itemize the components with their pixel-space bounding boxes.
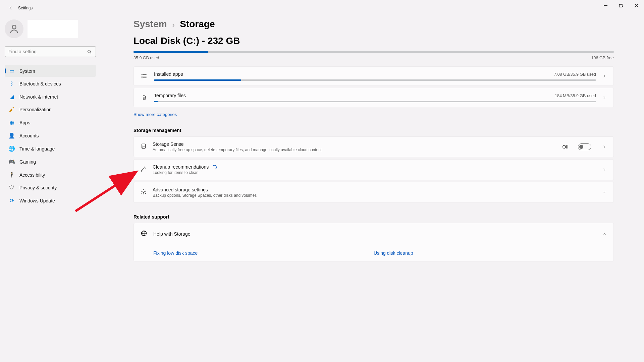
help-link-disk-cleanup[interactable]: Using disk cleanup [374,250,594,256]
svg-line-7 [90,53,91,54]
update-icon: ⟳ [9,197,15,204]
nav-time[interactable]: 🌐Time & language [5,143,96,155]
disk-title: Local Disk (C:) - 232 GB [133,36,614,46]
account-header[interactable] [5,19,96,38]
trash-icon [141,95,148,101]
svg-point-18 [143,191,145,193]
svg-point-16 [143,145,143,145]
person-icon: 👤 [9,132,15,139]
search-input[interactable] [5,46,96,57]
back-button[interactable] [5,2,16,14]
chevron-down-icon [602,190,607,195]
storage-sense-card[interactable]: Storage Sense Automatically free up spac… [133,136,614,157]
svg-point-5 [12,25,16,29]
advanced-storage-settings-card[interactable]: Advanced storage settings Backup options… [133,182,614,203]
close-button[interactable] [629,0,644,11]
accessibility-icon: 🕴 [9,172,15,178]
nav-privacy[interactable]: 🛡Privacy & security [5,182,96,193]
nav-update[interactable]: ⟳Windows Update [5,195,96,206]
storage-management-heading: Storage management [133,128,614,133]
bluetooth-icon: ᛒ [9,81,15,87]
shield-icon: 🛡 [9,185,15,191]
account-name-placeholder [28,20,78,38]
svg-point-17 [143,147,143,147]
disk-free-label: 196 GB free [591,56,614,60]
svg-point-12 [142,77,143,78]
list-icon [141,73,148,79]
help-with-storage-card: Help with Storage Fixing low disk space … [133,223,614,261]
avatar [5,19,23,38]
related-support-heading: Related support [133,214,614,220]
sidebar-nav: ▭System ᛒBluetooth & devices ◢Network & … [5,65,96,206]
loading-spinner-icon [212,165,217,170]
maximize-button[interactable] [613,0,629,11]
gear-icon [141,189,147,196]
breadcrumb: System › Storage [133,19,614,29]
help-with-storage-header[interactable]: Help with Storage [134,223,613,245]
help-link-low-disk-space[interactable]: Fixing low disk space [153,250,374,256]
nav-gaming[interactable]: 🎮Gaming [5,156,96,168]
brush-icon: 🖌 [9,107,15,113]
nav-apps[interactable]: ▦Apps [5,117,96,128]
storage-sense-toggle[interactable] [578,143,591,150]
drive-icon [141,143,147,150]
minimize-button[interactable] [598,0,613,11]
nav-bluetooth[interactable]: ᛒBluetooth & devices [5,78,96,89]
gamepad-icon: 🎮 [9,159,15,165]
globe-icon [141,230,147,238]
chevron-right-icon: › [172,21,175,29]
chevron-up-icon [602,232,607,236]
display-icon: ▭ [9,68,15,74]
disk-usage-bar [133,51,614,53]
wifi-icon: ◢ [9,94,15,100]
broom-icon [141,166,147,173]
show-more-categories-link[interactable]: Show more categories [133,112,177,117]
chevron-right-icon [602,95,607,100]
apps-icon: ▦ [9,119,15,126]
disk-used-label: 35.9 GB used [133,56,159,60]
chevron-right-icon [602,167,607,172]
breadcrumb-parent[interactable]: System [133,19,167,29]
nav-accessibility[interactable]: 🕴Accessibility [5,169,96,181]
nav-system[interactable]: ▭System [5,65,96,77]
app-title: Settings [18,6,33,10]
svg-point-6 [88,50,91,53]
globe-icon: 🌐 [9,145,15,152]
nav-accounts[interactable]: 👤Accounts [5,130,96,141]
breadcrumb-current: Storage [180,19,215,29]
category-temporary-files[interactable]: Temporary files184 MB/35.9 GB used [133,88,614,107]
chevron-right-icon [602,74,607,78]
category-installed-apps[interactable]: Installed apps7.08 GB/35.9 GB used [133,66,614,86]
cleanup-recommendations-card[interactable]: Cleanup recommendations Looking for item… [133,159,614,180]
svg-point-8 [142,74,143,75]
search-icon [87,49,92,56]
nav-network[interactable]: ◢Network & internet [5,91,96,103]
nav-personalization[interactable]: 🖌Personalization [5,104,96,115]
svg-point-10 [142,76,143,76]
toggle-state-label: Off [562,144,569,149]
svg-rect-2 [619,4,622,7]
chevron-right-icon [602,144,607,149]
